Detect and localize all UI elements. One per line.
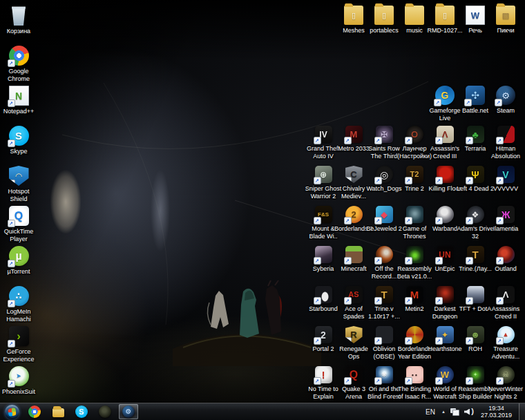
vvvvvv-icon: V — [497, 166, 515, 183]
desktop-icon-assassins-creed-ii[interactable]: ΛAssassins Creed II — [486, 286, 525, 320]
desktop-icon-geforce-experience[interactable]: ›GeForce Experience — [0, 326, 39, 363]
folder-meshes-icon: ▯ — [344, 6, 363, 25]
ace-of-spades-icon: AS — [345, 286, 363, 303]
no-time-to-explain-icon: ! — [315, 366, 332, 383]
volume-icon[interactable] — [464, 408, 474, 416]
taskbar-button-game-launcher[interactable] — [95, 404, 115, 419]
desktop-icon-label: Google Chrome — [0, 68, 39, 82]
taskbar-button-chrome[interactable] — [25, 404, 44, 419]
metin2-icon: M — [406, 286, 423, 303]
clock-time: 19:34 — [481, 405, 512, 412]
folder-pikchi-icon: ▧ — [496, 6, 515, 25]
desktop-icon-recycle-bin[interactable]: Корзина — [0, 6, 39, 35]
windows-flag-icon — [8, 408, 16, 417]
trine-v110r17-icon: T — [376, 286, 393, 303]
desktop-icon-ilamentia[interactable]: ЖIlamentia — [486, 206, 525, 233]
show-desktop-button[interactable] — [519, 403, 525, 420]
desktop-icon-label: Корзина — [0, 28, 39, 35]
desktop-icon-hotspot-shield[interactable]: ◠Hotspot Shield — [0, 166, 39, 202]
folder-rmd-1027-icon: ▯ — [435, 6, 455, 25]
desktop-icon-label: Hotspot Shield — [0, 188, 39, 202]
desktop-icon-neverwinter-nights-2[interactable]: ☠NeverWinter Nights 2 — [486, 366, 525, 400]
language-indicator[interactable]: EN — [424, 408, 437, 416]
desktop-icon-label: Ilamentia — [486, 225, 525, 233]
folder-music-icon — [405, 6, 424, 25]
ori-and-the-blind-forest-icon: ❋ — [376, 366, 393, 383]
desktop-icon-treasure-adventure[interactable]: ▲Treasure Adventu... — [486, 326, 525, 360]
terraria-icon: ♣ — [467, 126, 484, 143]
taskbar-button-steam[interactable]: ⚙ — [119, 404, 138, 419]
unepic-icon: UN — [437, 246, 454, 263]
borderlands-2-icon: 2 — [345, 206, 363, 223]
watch-dogs-icon: ◎ — [376, 166, 393, 183]
tft-dota-icon — [467, 286, 484, 303]
desktop-icon-logmein-hamachi[interactable]: ∴LogMeIn Hamachi — [0, 286, 39, 323]
trine-2-icon: T2 — [406, 166, 423, 183]
game-launcher-icon — [99, 405, 111, 418]
sniper-ghost-warrior-2-icon: ⊕ — [315, 166, 332, 183]
desktop-icon-vvvvvv[interactable]: VVVVVVV — [486, 166, 525, 193]
logmein-hamachi-icon: ∴ — [9, 286, 29, 306]
reassembly-beta-icon — [406, 246, 423, 263]
outland-icon — [497, 246, 515, 263]
utorrent-icon: µ — [9, 246, 29, 266]
desktop-icon-quicktime-player[interactable]: QQuickTime Player — [0, 206, 39, 242]
hotspot-shield-icon: ◠ — [9, 166, 29, 186]
phoenixsuit-icon: ➤ — [9, 366, 29, 386]
starbound-icon — [315, 286, 332, 303]
launcher-nastroyki-icon: O — [406, 126, 423, 143]
quicktime-player-icon: Q — [9, 206, 29, 226]
desktop-icon-label: Outland — [486, 265, 525, 273]
skype-icon: S — [75, 405, 88, 418]
desktop-icon-label: VVVVVV — [486, 185, 525, 193]
saints-row-the-third-icon: ✠ — [376, 126, 393, 143]
oblivion-obse-icon — [376, 326, 393, 343]
taskbar-clock[interactable]: 19:34 27.03.2019 — [479, 405, 514, 419]
taskbar-buttons: S⚙ — [25, 404, 138, 419]
desktop-icon-label: Steam — [486, 107, 525, 115]
desktop-icon-folder-pikchi[interactable]: ▧Пикчи — [486, 6, 525, 35]
steam-icon: ⚙ — [122, 405, 135, 418]
desktop-icon-steam[interactable]: ⚙Steam — [486, 86, 525, 115]
desktop-icon-label: Assassins Creed II — [486, 305, 525, 320]
taskbar-button-skype[interactable]: S — [72, 404, 91, 419]
desktop-icon-label: LogMeIn Hamachi — [0, 308, 39, 323]
desktop-icon-skype[interactable]: SSkype — [0, 126, 39, 155]
desktop-icon-hitman-absolution[interactable]: Hitman Absolution — [486, 126, 525, 160]
system-tray: EN ▲ 19:34 27.03.2019 — [424, 403, 525, 420]
off-the-record-icon — [376, 246, 393, 263]
killing-floor-icon — [437, 166, 454, 183]
neverwinter-nights-2-icon: ☠ — [497, 366, 515, 383]
desktop-icon-utorrent[interactable]: µµTorrent — [0, 246, 39, 276]
tray-expand-icon[interactable]: ▲ — [441, 410, 446, 414]
taskbar-button-explorer[interactable] — [48, 404, 68, 419]
warband-icon — [437, 206, 454, 223]
desktop-icon-notepad-plus-plus[interactable]: NNotepad++ — [0, 86, 39, 115]
start-button[interactable] — [0, 403, 23, 420]
ilamentia-icon: Ж — [497, 206, 515, 223]
desktop-icon-phoenixsuit[interactable]: ➤PhoenixSuit — [0, 366, 39, 396]
portal-2-icon: 2 — [315, 326, 332, 343]
google-chrome-icon — [9, 46, 29, 66]
recycle-bin-icon — [9, 6, 29, 26]
game-of-thrones-icon — [406, 206, 423, 223]
metro-2033-icon: M — [345, 126, 363, 143]
desktop-icon-label: Hitman Absolution — [486, 145, 525, 160]
explorer-icon — [52, 408, 64, 417]
world-of-warcraft-icon: W — [437, 366, 454, 383]
chrome-icon — [28, 405, 41, 418]
borderlands-year-edition-icon — [406, 326, 423, 343]
hearthstone-icon: ✦ — [437, 326, 454, 343]
desktop-icon-label: Skype — [0, 148, 39, 155]
taskbar: S⚙ EN ▲ 19:34 27.03.2019 — [0, 403, 525, 420]
clock-date: 27.03.2019 — [481, 412, 512, 419]
desktop-icon-outland[interactable]: Outland — [486, 246, 525, 273]
roh-icon: ☻ — [467, 326, 484, 343]
syberia-icon — [315, 246, 332, 263]
desktop-icon-google-chrome[interactable]: Google Chrome — [0, 46, 39, 82]
left-4-dead-2-icon: Ψ — [467, 166, 484, 183]
adams-drive-32-icon: ❖ — [467, 206, 484, 223]
network-icon[interactable] — [450, 408, 459, 416]
mount-and-blade-icon: F&S — [315, 206, 332, 223]
assassins-creed-iii-icon: Λ — [437, 126, 454, 143]
